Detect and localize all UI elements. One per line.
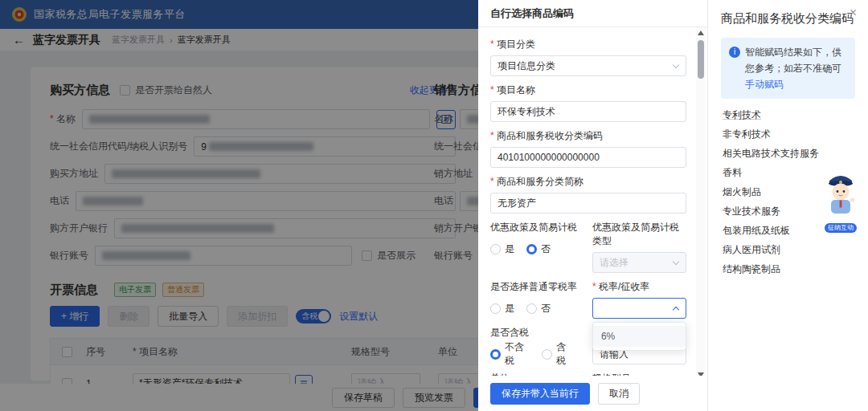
mascot-label[interactable]: 征纳互动 (825, 223, 857, 233)
tax-rate-select[interactable] (592, 298, 686, 319)
info-icon: i (729, 47, 740, 58)
tax-rate-label: 税率/征收率 (592, 280, 686, 294)
short-name-label: 商品和服务分类简称 (490, 175, 686, 189)
policy-type-label: 优惠政策及简易计税类型 (592, 221, 686, 248)
short-name-field[interactable]: 无形资产 (490, 193, 686, 214)
tax-included-label: 是否含税 (490, 326, 581, 340)
category-item[interactable]: 非专利技术 (721, 124, 855, 144)
item-name-label: 项目名称 (490, 83, 686, 97)
tax-assistant-mascot[interactable]: 征纳互动 (818, 170, 863, 233)
category-label: 项目分类 (490, 38, 686, 51)
zero-rate-no-radio[interactable] (526, 303, 537, 314)
modal-title: 自行选择商品编码 (478, 0, 707, 27)
incl-tax-radio[interactable] (542, 349, 552, 360)
mascot-officer-icon (821, 170, 860, 215)
classification-title: 商品和服务税收分类编码 (721, 11, 855, 26)
scroll-up-icon[interactable] (698, 31, 704, 35)
category-select[interactable]: 项目信息分类 (490, 55, 686, 76)
modal-footer: 保存并带入当前行 取消 (478, 376, 707, 411)
chevron-down-icon (673, 258, 679, 264)
policy-no-radio[interactable] (526, 244, 537, 254)
policy-label: 优惠政策及简易计税 (490, 221, 581, 234)
form-scrollbar[interactable] (696, 27, 706, 380)
tax-rate-dropdown: 6% (592, 322, 686, 351)
chevron-down-icon (673, 61, 679, 67)
chevron-up-icon (673, 306, 679, 312)
category-item[interactable]: 专利技术 (721, 105, 855, 124)
policy-type-select[interactable]: 请选择 (592, 252, 686, 273)
cancel-button[interactable]: 取消 (598, 383, 640, 405)
close-icon[interactable]: × (850, 6, 857, 19)
category-item[interactable]: 结构陶瓷制品 (721, 259, 855, 279)
scrollbar-thumb[interactable] (698, 40, 704, 79)
classification-panel: 商品和服务税收分类编码 i 智能赋码结果如下，供您参考；如若不准确可 手动赋码 … (707, 0, 868, 411)
manual-coding-link[interactable]: 手动赋码 (745, 79, 784, 90)
product-code-modal: × 自行选择商品编码 项目分类 项目信息分类 项目名称 环保专利技术 商品和服务… (478, 0, 868, 411)
save-and-apply-button[interactable]: 保存并带入当前行 (490, 383, 590, 405)
tax-rate-option-6[interactable]: 6% (593, 326, 686, 347)
category-item[interactable]: 相关电路技术支持服务 (721, 144, 855, 163)
modal-form-pane: 自行选择商品编码 项目分类 项目信息分类 项目名称 环保专利技术 商品和服务税收… (478, 0, 707, 411)
smart-coding-notice: i 智能赋码结果如下，供您参考；如若不准确可 手动赋码 (721, 38, 855, 99)
excl-tax-radio[interactable] (490, 349, 501, 360)
zero-rate-yes-radio[interactable] (490, 303, 501, 314)
tax-code-field[interactable]: 4010100000000000000 (490, 147, 686, 168)
category-item[interactable]: 病人医用试剂 (721, 240, 855, 259)
modal-form: 项目分类 项目信息分类 项目名称 环保专利技术 商品和服务税收分类编码 4010… (478, 27, 707, 376)
tax-code-label: 商品和服务税收分类编码 (490, 129, 686, 143)
item-name-field[interactable]: 环保专利技术 (490, 101, 686, 122)
screen: 国家税务总局电子发票服务平台 ← 蓝字发票开具 蓝字发票开具 › 蓝字发票开具 … (0, 0, 868, 411)
zero-rate-label: 是否选择普通零税率 (490, 280, 581, 294)
policy-yes-radio[interactable] (490, 244, 501, 254)
